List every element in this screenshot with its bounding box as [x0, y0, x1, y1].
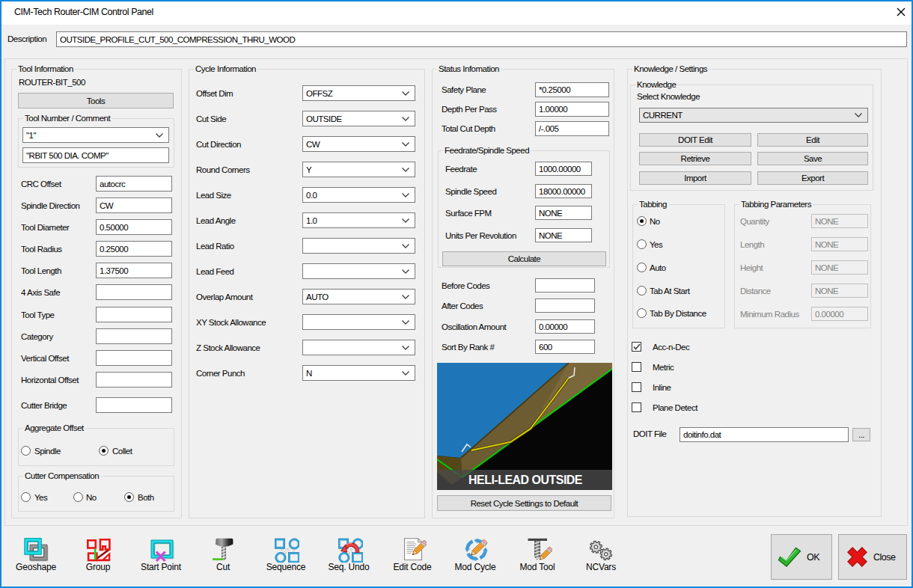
svg-text:HELI-LEAD OUTSIDE: HELI-LEAD OUTSIDE	[468, 473, 582, 487]
